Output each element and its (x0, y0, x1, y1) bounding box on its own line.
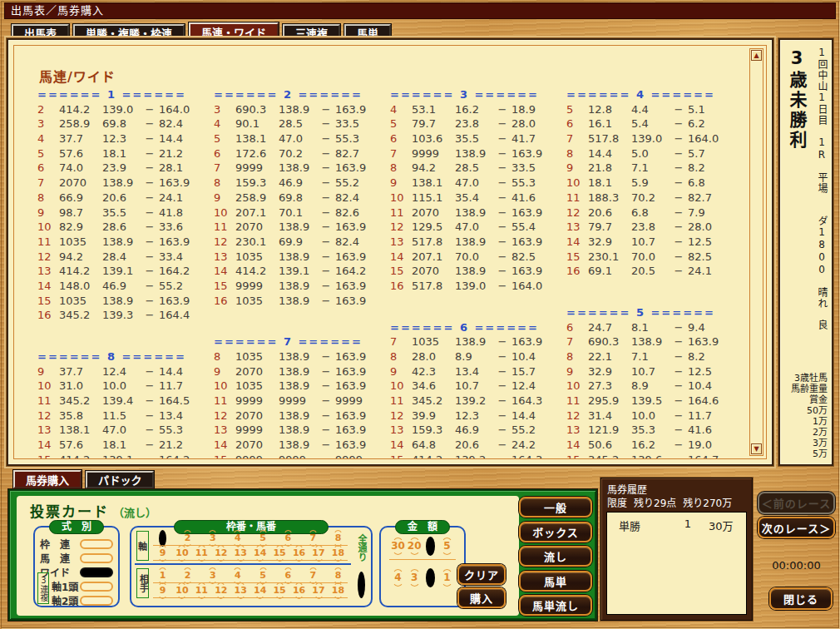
close-button[interactable]: 閉じる (769, 587, 833, 610)
number-cell[interactable]: 10 (175, 585, 189, 597)
number-cell[interactable]: 12 (214, 585, 228, 597)
amount-cell[interactable]: 20 (407, 540, 422, 552)
number-cell[interactable]: 11 (195, 547, 209, 559)
odds-row: 6103.635.5−41.7 (390, 131, 566, 146)
odds-value: 163.9 (335, 349, 377, 364)
odds-row: 7517.8139.0−164.0 (566, 131, 743, 146)
amount-cell[interactable]: 3 (407, 572, 422, 584)
odds-value: 414.2 (59, 453, 102, 458)
amount-cell[interactable]: 30 (390, 540, 406, 552)
vote-mode-button[interactable]: 馬単流し (519, 595, 592, 616)
vote-mode-button[interactable]: 馬単 (519, 571, 592, 592)
number-cell[interactable]: 14 (253, 547, 267, 559)
horse-number: 13 (566, 220, 588, 235)
odds-value: 414.2 (59, 264, 102, 279)
number-cell[interactable]: 16 (292, 547, 306, 559)
scroll-down-button[interactable]: ▼ (751, 443, 762, 454)
number-cell[interactable]: 17 (312, 585, 326, 597)
number-cell[interactable]: 10 (175, 547, 189, 559)
odds-value: 138.1 (235, 131, 279, 146)
buy-button[interactable]: 購入 (457, 587, 506, 608)
odds-column: ====== 2 ======3690.3138.9−163.9490.128.… (214, 87, 390, 458)
number-cell[interactable]: 2 (180, 532, 195, 544)
odds-dash: − (141, 116, 159, 131)
bet-type-mark[interactable] (80, 582, 113, 592)
number-cell[interactable]: 4 (230, 570, 245, 582)
odds-value: 82.5 (511, 250, 553, 265)
vote-mode-button[interactable]: 流し (519, 546, 592, 567)
bet-type-mark[interactable] (80, 596, 113, 606)
number-cell[interactable]: 9 (156, 585, 170, 597)
odds-scrollbar[interactable]: ▲ ▼ (749, 48, 763, 456)
vote-mode-button[interactable]: ボックス (519, 522, 592, 542)
bet-type-mark[interactable] (80, 567, 113, 577)
number-cell[interactable]: 12 (214, 547, 228, 559)
odds-dash: − (493, 206, 511, 220)
odds-block: ====== 8 ======937.712.4−14.41031.010.0−… (37, 349, 214, 458)
number-cell[interactable]: 4 (230, 532, 245, 544)
number-cell[interactable]: 16 (292, 585, 306, 597)
bet-type-mark[interactable] (80, 553, 113, 563)
number-cell[interactable]: 17 (312, 547, 326, 559)
number-cell[interactable]: 7 (306, 570, 320, 582)
amount-cell[interactable]: 5 (439, 540, 455, 552)
odds-row: 11345.2139.4−164.5 (37, 394, 214, 409)
number-cell[interactable]: 3 (205, 532, 220, 544)
number-cell[interactable]: 18 (331, 585, 345, 597)
odds-dash: − (141, 161, 159, 176)
number-cell[interactable]: 3 (205, 570, 220, 582)
number-row: 9101112131415161718 (153, 583, 348, 598)
number-cell[interactable]: 13 (234, 547, 248, 559)
bet-type-label: 枠 連 (40, 537, 70, 551)
number-cell[interactable]: 1 (156, 532, 170, 544)
number-cell[interactable]: 5 (256, 532, 270, 544)
clear-button[interactable]: クリア (457, 564, 506, 585)
odds-row: 159999138.9−163.9 (214, 279, 390, 294)
odds-value: 138.9 (279, 364, 317, 379)
odds-value: 138.9 (279, 161, 317, 176)
number-cell[interactable]: 5 (256, 570, 270, 582)
number-cell[interactable]: 18 (331, 547, 345, 559)
odds-value: 138.9 (279, 349, 317, 364)
number-cell[interactable]: 8 (331, 532, 345, 544)
number-cell[interactable]: 15 (273, 585, 287, 597)
next-race-button[interactable]: 次のレース＞ (758, 517, 835, 538)
bottom-tab[interactable]: パドック (86, 471, 154, 488)
number-cell[interactable]: 1 (156, 570, 170, 582)
number-cell[interactable]: 14 (253, 585, 267, 597)
odds-value: 28.1 (159, 161, 200, 176)
odds-value: 12.5 (688, 364, 729, 379)
vote-mode-button[interactable]: 一般 (519, 497, 592, 518)
odds-dash: − (141, 409, 159, 423)
number-cell[interactable]: 8 (331, 570, 345, 582)
odds-value: 163.9 (335, 102, 377, 117)
odds-dash: − (493, 264, 511, 279)
number-cell[interactable]: 6 (281, 570, 295, 582)
prev-race-button[interactable]: ＜前のレース (758, 492, 835, 514)
amount-cell[interactable]: 1 (439, 572, 455, 584)
number-cell[interactable]: 6 (281, 532, 295, 544)
all-combinations-mark[interactable] (358, 572, 365, 598)
odds-row: 15414.2139.2−164.3 (390, 453, 566, 458)
odds-value: 163.9 (335, 220, 377, 235)
odds-value: 138.9 (279, 279, 317, 294)
number-cell[interactable]: 7 (306, 532, 320, 544)
bottom-tab[interactable]: 馬券購入 (13, 470, 82, 488)
horse-number: 13 (566, 423, 588, 438)
horse-number: 12 (390, 409, 412, 423)
scroll-up-button[interactable]: ▲ (751, 50, 762, 61)
sanrenpuku-group-label: 3連複 (37, 572, 49, 604)
amount-cell[interactable]: 2 (422, 572, 438, 584)
odds-row: 624.78.1−9.4 (566, 320, 743, 335)
number-cell[interactable]: 9 (156, 547, 170, 559)
odds-row: 13517.8138.9−163.9 (390, 235, 566, 250)
bet-type-mark[interactable] (80, 539, 113, 549)
horse-number: 6 (390, 131, 412, 146)
number-cell[interactable]: 11 (195, 585, 209, 597)
amount-cell[interactable]: 4 (390, 572, 406, 584)
number-cell[interactable]: 15 (273, 547, 287, 559)
number-cell[interactable]: 13 (234, 585, 248, 597)
odds-value: 139.0 (455, 279, 493, 294)
amount-cell[interactable]: 10 (422, 540, 438, 552)
number-cell[interactable]: 2 (180, 570, 195, 582)
